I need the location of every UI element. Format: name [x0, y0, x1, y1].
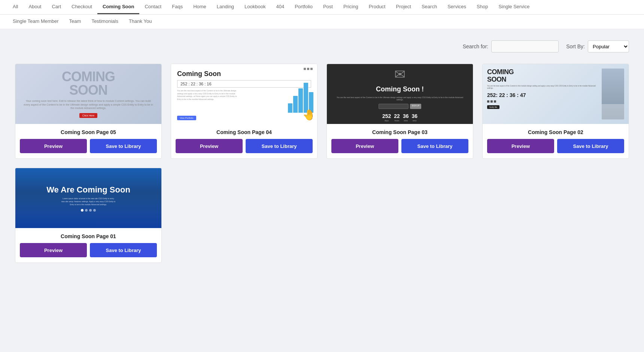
card-actions-02: Preview Save to Library: [483, 139, 629, 158]
nav-item-cart[interactable]: Cart: [46, 0, 66, 14]
nav-item-services[interactable]: Services: [442, 0, 471, 14]
save-button-03[interactable]: Save to Library: [401, 139, 468, 153]
card-preview-04[interactable]: Coming Soon 252 : 22 : 36 : 16 You are t…: [171, 64, 317, 124]
nav-item-single-team-member[interactable]: Single Team Member: [7, 15, 64, 29]
search-group: Search for:: [463, 40, 559, 52]
dot-2: [307, 68, 309, 70]
preview-02-left: COMINGSOON You are the best aspect of th…: [487, 69, 602, 119]
preview-03-icon: ✉: [394, 67, 405, 82]
nav-item-shop[interactable]: Shop: [471, 0, 493, 14]
preview-04-chart: [288, 83, 313, 113]
template-card-03: ✉ Coming Soon ! You are the next best as…: [326, 64, 473, 159]
sort-select[interactable]: Popular Newest Oldest: [588, 40, 629, 52]
preview-05-title: COMINGSOON: [62, 70, 115, 97]
preview-02-dot-2: [490, 100, 493, 103]
nav-item-about[interactable]: About: [23, 0, 46, 14]
preview-button-05[interactable]: Preview: [20, 139, 87, 153]
sort-label: Sort By:: [566, 43, 585, 49]
preview-04-title: Coming Soon: [177, 70, 311, 78]
dot-1: [304, 68, 306, 70]
preview-02-title: COMINGSOON: [487, 69, 599, 84]
save-button-04[interactable]: Save to Library: [246, 139, 313, 153]
preview-button-02[interactable]: Preview: [487, 139, 554, 153]
dot-3: [310, 68, 313, 70]
preview-03-num-hours: 22 hours: [394, 113, 400, 122]
nav-item-all[interactable]: All: [7, 0, 23, 14]
search-label: Search for:: [463, 43, 488, 49]
nav-item-project[interactable]: Project: [391, 0, 416, 14]
chart-bar-2: [293, 96, 298, 113]
preview-02-dots: [487, 100, 599, 103]
preview-button-04[interactable]: Preview: [176, 139, 243, 153]
card-preview-01[interactable]: We Are Coming Soon Lorem ipsum dolor sit…: [15, 168, 161, 228]
preview-03-num-secs: 36 secs: [411, 113, 417, 122]
preview-03-signup-btn: SIGN UP: [410, 104, 422, 109]
preview-02-dot-1: [487, 100, 489, 103]
card-actions-05: Preview Save to Library: [15, 139, 161, 158]
main-content: Search for: Sort By: Popular Newest Olde…: [0, 29, 644, 274]
preview-02-notify-btn: Notify Me: [487, 105, 499, 109]
nav-row-1: AllAboutCartCheckoutComing SoonContactFa…: [7, 0, 637, 14]
nav-item-search[interactable]: Search: [416, 0, 442, 14]
preview-01-dot-2: [85, 209, 88, 212]
search-input[interactable]: [491, 40, 559, 52]
nav-item-home[interactable]: Home: [188, 0, 212, 14]
card-actions-04: Preview Save to Library: [171, 139, 317, 158]
nav-item-single-service[interactable]: Single Service: [493, 0, 535, 14]
card-title-02: Coming Soon Page 02: [483, 124, 629, 139]
preview-01-title: We Are Coming Soon: [46, 185, 130, 195]
template-card-02: COMINGSOON You are the best aspect of th…: [482, 64, 629, 159]
nav-row-2: Single Team MemberTeamTestimonialsThank …: [0, 15, 644, 29]
save-button-02[interactable]: Save to Library: [557, 139, 624, 153]
templates-grid-row1: COMINGSOON Your coming soon text here. E…: [15, 64, 629, 159]
preview-01-text: Lorem ipsum dolor sit amet in the new si…: [61, 197, 116, 206]
nav-item-lookbook[interactable]: Lookbook: [239, 0, 271, 14]
preview-03-text: You are the next best aspect of the Cont…: [333, 96, 467, 101]
nav-item-faqs[interactable]: Faqs: [167, 0, 188, 14]
nav-item-coming-soon[interactable]: Coming Soon: [97, 0, 140, 14]
preview-03-input-row: SIGN UP: [379, 104, 422, 109]
card-title-03: Coming Soon Page 03: [327, 124, 473, 139]
card-preview-05[interactable]: COMINGSOON Your coming soon text here. E…: [15, 64, 161, 124]
filter-bar: Search for: Sort By: Popular Newest Olde…: [15, 40, 629, 52]
nav-item-404[interactable]: 404: [271, 0, 290, 14]
preview-02-image: [602, 69, 624, 119]
preview-03-title: Coming Soon !: [376, 85, 424, 93]
preview-01-dots: [81, 209, 96, 212]
sort-group: Sort By: Popular Newest Oldest: [566, 40, 629, 52]
preview-02-dot-3: [494, 100, 496, 103]
card-title-05: Coming Soon Page 05: [15, 124, 161, 139]
nav-item-landing[interactable]: Landing: [212, 0, 239, 14]
preview-03-num-days: 252 days: [382, 113, 391, 122]
preview-02-text: You are the best aspect of the Content i…: [487, 85, 599, 90]
preview-01-dot-3: [89, 209, 92, 212]
save-button-01[interactable]: Save to Library: [90, 243, 157, 257]
preview-button-03[interactable]: Preview: [331, 139, 398, 153]
preview-03-countdown: 252 days 22 hours 36 mins 36 secs: [382, 113, 417, 122]
preview-01-dot-4: [93, 209, 96, 212]
preview-button-01[interactable]: Preview: [20, 243, 87, 257]
card-title-01: Coming Soon Page 01: [15, 228, 161, 243]
preview-05-sub: Your coming soon text here. Edit to rele…: [23, 99, 154, 110]
nav-item-product[interactable]: Product: [364, 0, 391, 14]
chart-bar-1: [288, 103, 292, 113]
preview-04-hand: 🤚: [303, 109, 316, 121]
templates-grid-row2: We Are Coming Soon Lorem ipsum dolor sit…: [15, 168, 629, 263]
nav-item-pricing[interactable]: Pricing: [338, 0, 364, 14]
card-preview-02[interactable]: COMINGSOON You are the best aspect of th…: [483, 64, 629, 124]
nav-item-checkout[interactable]: Checkout: [66, 0, 97, 14]
preview-03-num-mins: 36 mins: [403, 113, 409, 122]
preview-01-dot-1: [81, 209, 83, 212]
nav-item-post[interactable]: Post: [318, 0, 338, 14]
preview-05-btn: Click Here: [79, 113, 97, 118]
card-preview-03[interactable]: ✉ Coming Soon ! You are the next best as…: [327, 64, 473, 124]
nav-item-team[interactable]: Team: [64, 15, 86, 29]
nav-item-testimonials[interactable]: Testimonials: [86, 15, 124, 29]
preview-04-dots: [304, 68, 313, 70]
nav-item-contact[interactable]: Contact: [139, 0, 167, 14]
nav-item-thank-you[interactable]: Thank You: [124, 15, 157, 29]
save-button-05[interactable]: Save to Library: [90, 139, 157, 153]
preview-04-viewbtn: View Portfolio: [177, 116, 196, 120]
nav-item-portfolio[interactable]: Portfolio: [289, 0, 318, 14]
card-title-04: Coming Soon Page 04: [171, 124, 317, 139]
